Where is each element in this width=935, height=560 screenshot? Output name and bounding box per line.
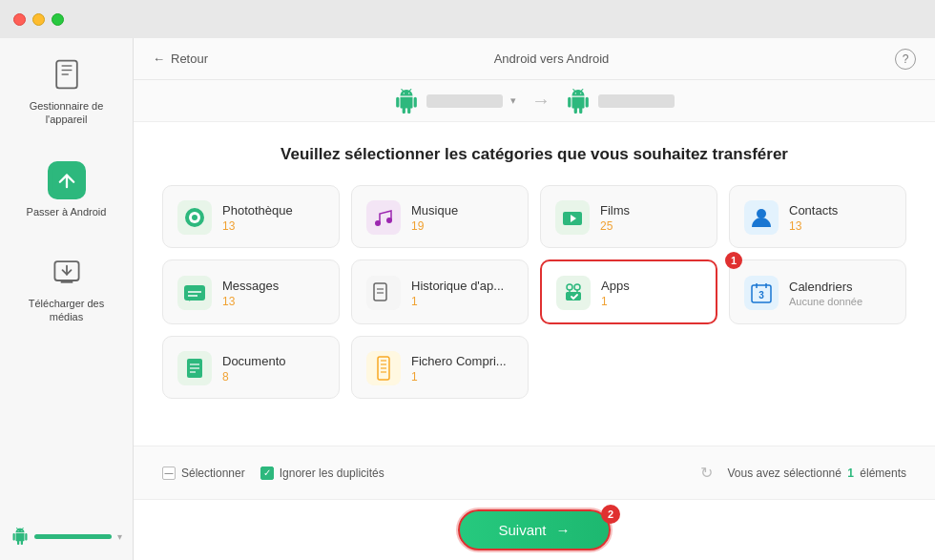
contacts-name: Contacts (789, 203, 838, 218)
musique-name: Musique (411, 203, 458, 218)
films-count: 25 (600, 219, 630, 233)
next-button-arrow: → (556, 522, 571, 538)
target-android-icon (566, 89, 591, 114)
category-historique[interactable]: Historique d'ap... 1 (351, 259, 529, 324)
musique-info: Musique 19 (411, 203, 458, 233)
maximize-button[interactable] (52, 13, 64, 26)
apps-name: Apps (601, 279, 630, 293)
selection-text-post: éléments (860, 467, 906, 480)
topbar: ← Retour Android vers Android ? (134, 38, 935, 80)
svg-point-20 (757, 209, 766, 218)
musique-count: 19 (411, 219, 458, 233)
messages-name: Messages (222, 279, 279, 293)
titlebar (0, 0, 935, 38)
close-button[interactable] (13, 13, 26, 26)
sidebar-item-switch-android[interactable]: Passer à Android (10, 154, 124, 226)
films-name: Films (600, 203, 630, 218)
ignore-duplicates-checkbox[interactable]: ✓ Ignorer les duplicités (260, 467, 384, 480)
ignore-duplicates-checkbox-box[interactable]: ✓ (260, 467, 274, 480)
source-android-icon (394, 89, 419, 114)
sidebar-item-download-media[interactable]: Télécharger des médias (10, 245, 124, 332)
category-contacts[interactable]: Contacts 13 (729, 185, 906, 248)
category-musique[interactable]: Musique 19 (351, 185, 529, 248)
category-films[interactable]: Films 25 (540, 185, 717, 248)
documento-count: 8 (222, 370, 285, 384)
topbar-title: Android vers Android (494, 52, 610, 66)
selection-count: 1 (847, 467, 854, 480)
sidebar-item-label-device-manager: Gestionnaire de l'appareil (19, 99, 114, 127)
historique-icon (365, 275, 402, 311)
films-info: Films 25 (600, 203, 630, 233)
device-bar-row: ▾ → (134, 80, 935, 122)
contacts-count: 13 (789, 219, 838, 233)
next-button[interactable]: Suivant → (458, 509, 610, 550)
svg-rect-22 (184, 285, 205, 301)
minimize-button[interactable] (32, 13, 45, 26)
documento-info: Documento 8 (222, 354, 285, 384)
calendriers-count: Aucune donnée (789, 296, 862, 307)
fichero-count: 1 (411, 370, 507, 384)
apps-count: 1 (601, 295, 630, 308)
help-button[interactable]: ? (895, 49, 916, 70)
svg-rect-13 (366, 200, 401, 235)
documento-name: Documento (222, 354, 285, 368)
help-icon: ? (903, 52, 909, 66)
sidebar-item-device-manager[interactable]: Gestionnaire de l'appareil (10, 48, 124, 135)
historique-name: Historique d'ap... (411, 279, 504, 293)
back-button[interactable]: ← Retour (153, 52, 208, 66)
target-device (566, 89, 675, 114)
category-phototheque[interactable]: Photothèque 13 (162, 185, 340, 248)
selection-info: Vous avez sélectionné 1 éléments (728, 467, 907, 480)
historique-info: Historique d'ap... 1 (411, 279, 504, 308)
select-all-checkbox[interactable]: — Sélectionner (162, 467, 245, 480)
next-button-label: Suivant (498, 522, 546, 538)
download-media-icon (48, 253, 86, 291)
bottom-bar: — Sélectionner ✓ Ignorer les duplicités … (134, 446, 935, 499)
sidebar-bottom: ▾ (0, 528, 134, 545)
sidebar-item-label-download-media: Télécharger des médias (19, 297, 114, 324)
category-calendriers[interactable]: 3 Calendriers Aucune donnée (729, 259, 906, 324)
transfer-arrow-icon: → (531, 90, 551, 112)
sidebar-item-label-switch-android: Passer à Android (27, 205, 107, 218)
category-fichero[interactable]: Fichero Compri... 1 (351, 336, 529, 399)
apps-selection-badge: 1 (725, 252, 742, 269)
svg-point-15 (386, 218, 392, 223)
fichero-info: Fichero Compri... 1 (411, 354, 507, 384)
calendriers-info: Calendriers Aucune donnée (789, 280, 862, 307)
bottom-left-controls: — Sélectionner ✓ Ignorer les duplicités (162, 467, 384, 480)
category-content: Veuillez sélectionner les catégories que… (134, 122, 935, 446)
category-apps[interactable]: Apps 1 1 (540, 259, 717, 324)
traffic-lights (13, 13, 64, 26)
next-button-area: Suivant → 2 (134, 499, 935, 560)
select-all-label: Sélectionner (181, 467, 245, 480)
ignore-duplicates-label: Ignorer les duplicités (280, 467, 384, 480)
source-device: ▾ (394, 89, 516, 114)
category-documento[interactable]: Documento 8 (162, 336, 340, 399)
content-title: Veuillez sélectionner les catégories que… (162, 145, 906, 164)
sidebar: Gestionnaire de l'appareil Passer à Andr… (0, 0, 134, 560)
selection-text-pre: Vous avez sélectionné (728, 467, 842, 480)
contacts-icon (743, 199, 779, 236)
documento-icon (177, 350, 213, 386)
messages-count: 13 (222, 295, 279, 308)
bottom-right-info: ↻ Vous avez sélectionné 1 éléments (700, 464, 907, 482)
main-content: ← Retour Android vers Android ? ▾ → Veui… (134, 38, 935, 560)
device-manager-icon (48, 55, 86, 93)
refresh-icon[interactable]: ↻ (700, 464, 713, 482)
category-messages[interactable]: Messages 13 (162, 259, 340, 324)
phototheque-info: Photothèque 13 (222, 203, 293, 233)
svg-point-14 (375, 220, 381, 226)
historique-count: 1 (411, 295, 504, 308)
svg-text:3: 3 (758, 290, 764, 301)
android-small-icon (11, 528, 29, 545)
sidebar-device-dropdown[interactable]: ▾ (117, 531, 122, 542)
back-arrow-icon: ← (153, 52, 165, 66)
target-device-name (598, 94, 675, 108)
calendriers-icon: 3 (743, 275, 779, 311)
next-button-wrapper: Suivant → (458, 509, 610, 550)
device-dropdown-icon[interactable]: ▾ (510, 94, 516, 107)
select-all-checkbox-box[interactable]: — (162, 467, 176, 480)
next-badge: 2 (601, 505, 620, 524)
svg-point-12 (192, 215, 197, 220)
fichero-icon (365, 350, 402, 386)
